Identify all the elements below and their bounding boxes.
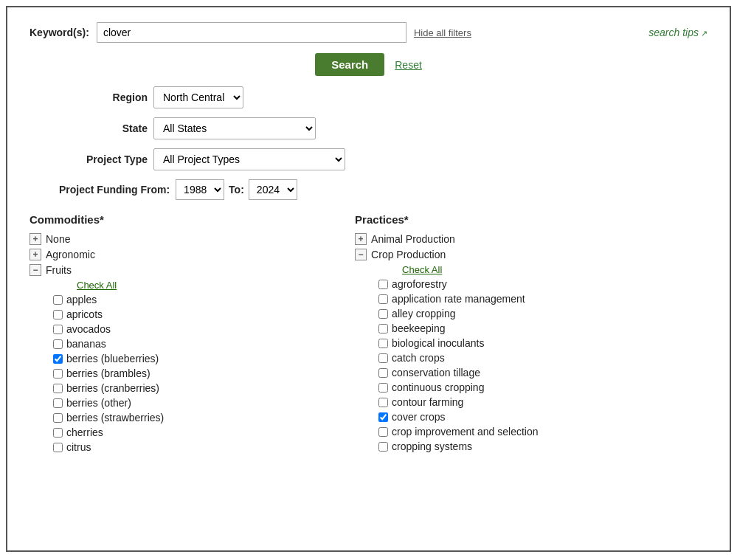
fruits-collapse-icon[interactable]: − bbox=[30, 264, 41, 276]
bananas-label: bananas bbox=[66, 338, 106, 350]
search-button[interactable]: Search bbox=[315, 53, 384, 76]
application-rate-checkbox[interactable] bbox=[378, 294, 388, 304]
list-item: application rate management bbox=[378, 293, 707, 305]
search-tips-link[interactable]: search tips bbox=[648, 27, 707, 38]
conservation-tillage-checkbox[interactable] bbox=[378, 368, 388, 378]
list-item: crop improvement and selection bbox=[378, 426, 707, 438]
keyword-input[interactable] bbox=[97, 22, 406, 43]
funding-label: Project Funding From: bbox=[59, 184, 170, 196]
continuous-cropping-checkbox[interactable] bbox=[378, 383, 388, 393]
blueberries-label: berries (blueberries) bbox=[66, 353, 159, 364]
berries-other-checkbox[interactable] bbox=[53, 398, 63, 408]
citrus-checkbox[interactable] bbox=[53, 443, 63, 452]
keyword-label: Keyword(s): bbox=[30, 27, 89, 38]
state-label: State bbox=[59, 122, 148, 134]
crop-production-collapse-icon[interactable]: − bbox=[355, 249, 367, 260]
hide-all-filters-link[interactable]: Hide all filters bbox=[414, 27, 471, 38]
animal-production-item: + Animal Production bbox=[355, 233, 707, 245]
conservation-tillage-label: conservation tillage bbox=[392, 367, 480, 378]
apricots-checkbox[interactable] bbox=[53, 310, 63, 319]
alley-cropping-label: alley cropping bbox=[392, 308, 455, 319]
two-col-section: Commodities* + None + Agronomic − Fruits… bbox=[30, 213, 707, 456]
catch-crops-checkbox[interactable] bbox=[378, 353, 388, 363]
list-item: contour farming bbox=[378, 396, 707, 408]
contour-farming-label: contour farming bbox=[392, 396, 463, 408]
agroforestry-checkbox[interactable] bbox=[378, 280, 388, 289]
apples-label: apples bbox=[66, 294, 97, 305]
funding-to-select[interactable]: 2024 bbox=[249, 179, 297, 200]
project-type-select[interactable]: All Project Types bbox=[153, 148, 345, 170]
state-select[interactable]: All States bbox=[153, 117, 316, 139]
animal-production-label: Animal Production bbox=[371, 233, 455, 245]
list-item: biological inoculants bbox=[378, 337, 707, 349]
list-item: berries (cranberries) bbox=[53, 382, 340, 394]
crop-check-all-link[interactable]: Check All bbox=[402, 264, 707, 275]
list-item: apricots bbox=[53, 308, 340, 320]
commodities-section: Commodities* + None + Agronomic − Fruits… bbox=[30, 213, 355, 456]
bananas-checkbox[interactable] bbox=[53, 339, 63, 349]
crop-production-label: Crop Production bbox=[371, 249, 446, 260]
to-label: To: bbox=[229, 184, 244, 196]
list-item: cropping systems bbox=[378, 440, 707, 452]
avocados-checkbox[interactable] bbox=[53, 325, 63, 334]
crop-sub-items: Check All agroforestry application rate … bbox=[378, 264, 707, 452]
crop-improvement-checkbox[interactable] bbox=[378, 427, 388, 437]
berries-other-label: berries (other) bbox=[66, 397, 131, 409]
project-type-label: Project Type bbox=[59, 153, 148, 165]
project-type-filter-row: Project Type All Project Types bbox=[30, 148, 707, 170]
list-item: catch crops bbox=[378, 352, 707, 364]
brambles-checkbox[interactable] bbox=[53, 369, 63, 378]
region-filter-row: Region North Central Northeast South Wes… bbox=[30, 86, 707, 108]
commodity-fruits-item: − Fruits bbox=[30, 264, 340, 276]
none-expand-icon[interactable]: + bbox=[30, 233, 41, 245]
list-item: berries (brambles) bbox=[53, 367, 340, 379]
commodities-title: Commodities* bbox=[30, 213, 340, 226]
cropping-systems-checkbox[interactable] bbox=[378, 442, 388, 452]
practices-title: Practices* bbox=[355, 213, 707, 226]
fruits-label: Fruits bbox=[46, 264, 72, 276]
apples-checkbox[interactable] bbox=[53, 295, 63, 305]
cranberries-label: berries (cranberries) bbox=[66, 382, 159, 394]
biological-inoculants-checkbox[interactable] bbox=[378, 339, 388, 348]
beekeeping-label: beekeeping bbox=[392, 322, 445, 334]
list-item: berries (blueberries) bbox=[53, 353, 340, 364]
region-select[interactable]: North Central Northeast South West bbox=[153, 86, 243, 108]
funding-from-select[interactable]: 1988 bbox=[176, 179, 224, 200]
funding-row: Project Funding From: 1988 To: 2024 bbox=[30, 179, 707, 200]
list-item: citrus bbox=[53, 441, 340, 453]
region-label: Region bbox=[59, 91, 148, 103]
cover-crops-checkbox[interactable] bbox=[378, 412, 388, 422]
blueberries-checkbox[interactable] bbox=[53, 354, 63, 364]
fruits-check-all-link[interactable]: Check All bbox=[77, 280, 340, 291]
strawberries-checkbox[interactable] bbox=[53, 413, 63, 423]
crop-improvement-label: crop improvement and selection bbox=[392, 426, 538, 438]
beekeeping-checkbox[interactable] bbox=[378, 324, 388, 333]
list-item: berries (strawberries) bbox=[53, 412, 340, 424]
list-item: cherries bbox=[53, 426, 340, 438]
application-rate-label: application rate management bbox=[392, 293, 525, 305]
strawberries-label: berries (strawberries) bbox=[66, 412, 164, 424]
buttons-row: Search Reset bbox=[30, 53, 707, 76]
keyword-area: Keyword(s): Hide all filters bbox=[30, 22, 648, 43]
agronomic-expand-icon[interactable]: + bbox=[30, 249, 41, 260]
apricots-label: apricots bbox=[66, 308, 103, 320]
none-label: None bbox=[46, 233, 70, 245]
state-filter-row: State All States bbox=[30, 117, 707, 139]
avocados-label: avocados bbox=[66, 323, 111, 335]
commodity-none-item: + None bbox=[30, 233, 340, 245]
alley-cropping-checkbox[interactable] bbox=[378, 309, 388, 319]
list-item: apples bbox=[53, 294, 340, 305]
list-item: berries (other) bbox=[53, 397, 340, 409]
contour-farming-checkbox[interactable] bbox=[378, 398, 388, 407]
fruits-sub-items: Check All apples apricots avocados banan… bbox=[53, 280, 340, 453]
cranberries-checkbox[interactable] bbox=[53, 384, 63, 393]
brambles-label: berries (brambles) bbox=[66, 367, 150, 379]
reset-link[interactable]: Reset bbox=[395, 59, 422, 71]
list-item: agroforestry bbox=[378, 278, 707, 290]
cherries-checkbox[interactable] bbox=[53, 428, 63, 438]
biological-inoculants-label: biological inoculants bbox=[392, 337, 484, 349]
cropping-systems-label: cropping systems bbox=[392, 440, 472, 452]
main-container: Keyword(s): Hide all filters search tips… bbox=[6, 6, 731, 552]
animal-production-expand-icon[interactable]: + bbox=[355, 233, 367, 245]
cherries-label: cherries bbox=[66, 426, 103, 438]
